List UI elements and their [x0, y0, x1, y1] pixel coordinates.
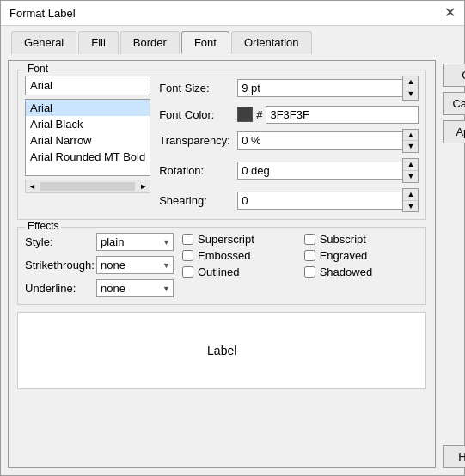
effects-checkboxes: Superscript Subscript Embossed	[182, 233, 419, 278]
transparency-row: Transparency: ▲ ▼	[159, 129, 419, 154]
preview-area: Label	[17, 312, 426, 389]
font-size-row: Font Size: ▲ ▼	[159, 76, 419, 101]
font-list-container[interactable]: Arial Arial Black Arial Narrow Arial Rou…	[25, 99, 150, 176]
superscript-label: Superscript	[198, 233, 254, 246]
strikethrough-select[interactable]: none single double	[96, 256, 174, 274]
color-hash: #	[256, 108, 262, 121]
rotation-up-button[interactable]: ▲	[403, 159, 418, 171]
scroll-track	[40, 182, 135, 191]
engraved-checkbox[interactable]	[304, 250, 315, 261]
scroll-left-button[interactable]: ◄	[26, 182, 39, 191]
style-label: Style:	[25, 235, 89, 248]
font-list-item[interactable]: Arial Black	[26, 116, 150, 132]
font-color-label: Font Color:	[159, 108, 232, 121]
rotation-input[interactable]	[237, 162, 402, 180]
font-group-label: Font	[25, 63, 51, 75]
font-size-spinner: ▲ ▼	[237, 76, 419, 101]
transparency-label: Transparency:	[159, 134, 232, 147]
underline-select[interactable]: none single double	[96, 279, 174, 297]
engraved-checkbox-row: Engraved	[304, 249, 419, 262]
superscript-checkbox-row: Superscript	[182, 233, 297, 246]
subscript-checkbox[interactable]	[304, 234, 315, 245]
shearing-up-button[interactable]: ▲	[403, 189, 418, 201]
ok-button[interactable]: OK	[443, 64, 465, 87]
superscript-checkbox[interactable]	[182, 234, 193, 245]
strikethrough-label: Strikethrough:	[25, 259, 89, 272]
embossed-checkbox-row: Embossed	[182, 249, 297, 262]
rotation-row: Rotation: ▲ ▼	[159, 158, 419, 183]
title-bar: Format Label ✕	[1, 1, 464, 26]
shearing-label: Shearing:	[159, 194, 232, 207]
transparency-input[interactable]	[237, 131, 402, 150]
outlined-label: Outlined	[198, 265, 239, 278]
shearing-spinner-buttons: ▲ ▼	[402, 188, 419, 213]
apply-button[interactable]: Apply	[443, 120, 465, 143]
dialog-title: Format Label	[9, 7, 76, 20]
right-panel: OK Cancel Apply Help	[443, 60, 465, 468]
transparency-down-button[interactable]: ▼	[403, 141, 418, 152]
font-list: Arial Arial Black Arial Narrow Arial Rou…	[26, 100, 150, 165]
font-name-input[interactable]	[25, 76, 150, 95]
shadowed-checkbox[interactable]	[304, 266, 315, 278]
font-list-item[interactable]: Arial Rounded MT Bold	[26, 149, 150, 165]
font-list-item[interactable]: Arial Narrow	[26, 132, 150, 149]
tab-general[interactable]: General	[11, 31, 76, 54]
rotation-down-button[interactable]: ▼	[403, 171, 418, 182]
effects-group: Effects Style: plain bold italic	[17, 227, 426, 305]
format-label-dialog: Format Label ✕ General Fill Border Font …	[0, 0, 465, 476]
spinner-up-button[interactable]: ▲	[403, 76, 418, 88]
transparency-up-button[interactable]: ▲	[403, 130, 418, 142]
rotation-spinner: ▲ ▼	[237, 158, 419, 183]
embossed-checkbox[interactable]	[182, 250, 193, 261]
content-area: Font Arial Arial Black Arial Narrow Aria…	[8, 60, 436, 468]
spinner-buttons: ▲ ▼	[402, 76, 419, 101]
outlined-checkbox-row: Outlined	[182, 265, 297, 278]
shearing-row: Shearing: ▲ ▼	[159, 188, 419, 213]
font-size-label: Font Size:	[159, 82, 232, 95]
color-hex-input[interactable]	[266, 106, 419, 124]
shadowed-checkbox-row: Shadowed	[304, 265, 419, 278]
strikethrough-row: Strikethrough: none single double	[25, 256, 174, 274]
cancel-button[interactable]: Cancel	[443, 92, 465, 115]
font-properties: Font Size: ▲ ▼	[159, 76, 419, 212]
outlined-checkbox[interactable]	[182, 266, 193, 278]
left-panel: Font Arial Arial Black Arial Narrow Aria…	[8, 60, 436, 468]
effects-dropdowns: Style: plain bold italic bold italic	[25, 233, 174, 297]
effects-row: Style: plain bold italic bold italic	[25, 233, 419, 297]
transparency-spinner: ▲ ▼	[237, 129, 419, 154]
help-button[interactable]: Help	[443, 445, 465, 468]
spinner-down-button[interactable]: ▼	[403, 88, 418, 100]
font-size-input[interactable]	[237, 79, 402, 97]
font-selector: Arial Arial Black Arial Narrow Arial Rou…	[25, 76, 150, 212]
engraved-label: Engraved	[320, 249, 368, 262]
scroll-right-button[interactable]: ►	[137, 182, 150, 191]
underline-select-wrapper: none single double	[96, 279, 174, 297]
underline-label: Underline:	[25, 282, 89, 295]
shearing-down-button[interactable]: ▼	[403, 201, 418, 212]
close-button[interactable]: ✕	[444, 6, 456, 20]
effects-group-label: Effects	[25, 220, 61, 232]
subscript-checkbox-row: Subscript	[304, 233, 419, 246]
horizontal-scrollbar[interactable]: ◄ ►	[25, 180, 150, 193]
rotation-label: Rotation:	[159, 164, 232, 177]
dialog-body: Font Arial Arial Black Arial Narrow Aria…	[1, 53, 464, 475]
style-select[interactable]: plain bold italic bold italic	[96, 233, 174, 251]
font-list-item[interactable]: Arial	[26, 100, 150, 116]
tab-orientation[interactable]: Orientation	[231, 31, 312, 54]
subscript-label: Subscript	[320, 233, 366, 246]
font-group: Font Arial Arial Black Arial Narrow Aria…	[17, 70, 426, 220]
tab-font[interactable]: Font	[181, 31, 229, 54]
embossed-label: Embossed	[198, 249, 250, 262]
strikethrough-select-wrapper: none single double	[96, 256, 174, 274]
preview-text: Label	[207, 344, 236, 357]
font-area: Arial Arial Black Arial Narrow Arial Rou…	[25, 76, 419, 212]
tab-fill[interactable]: Fill	[78, 31, 119, 54]
font-color-row: Font Color: #	[159, 106, 419, 124]
tab-bar: General Fill Border Font Orientation	[8, 31, 457, 54]
tab-border[interactable]: Border	[120, 31, 180, 54]
style-row: Style: plain bold italic bold italic	[25, 233, 174, 251]
style-select-wrapper: plain bold italic bold italic	[96, 233, 174, 251]
color-swatch[interactable]	[237, 107, 253, 122]
shadowed-label: Shadowed	[320, 265, 372, 278]
shearing-input[interactable]	[237, 192, 402, 210]
